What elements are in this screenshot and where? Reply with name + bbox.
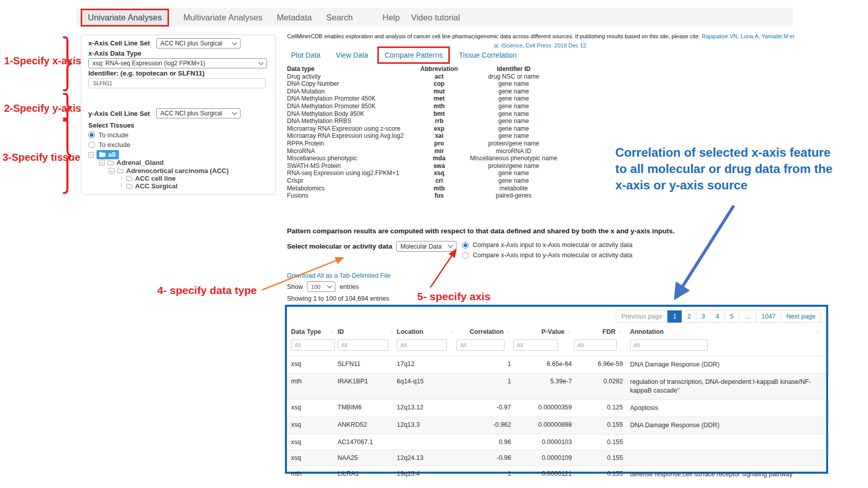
- tree-node-adrenal-gland[interactable]: Adrenal_Gland: [99, 159, 163, 166]
- cell-annotation: regulation of transcription, DNA-depende…: [625, 378, 822, 395]
- ref-cell-abbreviation: bmt: [414, 110, 465, 118]
- column-header-correlation[interactable]: Correlation↑↓: [456, 328, 513, 335]
- filter-input-data-type[interactable]: [291, 339, 335, 351]
- ref-cell-identifier-id: metabolite: [465, 185, 563, 192]
- ref-cell-abbreviation: pro: [414, 140, 465, 148]
- x-data-type-select[interactable]: xsq: RNA-seq Expression (log2 FPKM+1): [88, 58, 267, 68]
- ref-cell-abbreviation: mut: [414, 88, 465, 95]
- sort-icon[interactable]: ↑↓: [331, 329, 334, 335]
- column-header-id[interactable]: ID↑↓: [337, 328, 397, 335]
- tissues-include-option[interactable]: To include: [88, 131, 129, 139]
- ref-cell-abbreviation: met: [414, 95, 465, 103]
- collapse-icon[interactable]: [109, 168, 114, 174]
- download-all-link[interactable]: Download All as a Tab-Delimited File: [287, 272, 391, 279]
- tab-univariate-analyses[interactable]: Univariate Analyses: [81, 9, 169, 27]
- table-row[interactable]: xsq ANKRD52 12q13.3 -0.962 0.00000898 0.…: [287, 417, 826, 434]
- tab-video-tutorial[interactable]: Video tutorial: [411, 13, 460, 22]
- pagination-page[interactable]: 3: [696, 310, 711, 323]
- table-row[interactable]: xsq TMBIM6 12q13.12 -0.97 0.00000359 0.1…: [287, 399, 826, 417]
- tab-multivariate-analyses[interactable]: Multivariate Analyses: [183, 13, 262, 22]
- page-length-select[interactable]: 100: [307, 281, 335, 292]
- filter-input-fdr[interactable]: [574, 339, 617, 351]
- pagination-page[interactable]: 2: [682, 310, 696, 323]
- table-row[interactable]: xsq AC147067.1 0.96 0.0000103 0.155: [287, 434, 826, 450]
- column-header-p-value[interactable]: P-Value↑↓: [513, 328, 574, 335]
- pagination-page[interactable]: 1: [667, 310, 682, 323]
- table-row[interactable]: xsq NAA25 12q24.13 -0.96 0.0000109 0.155: [287, 450, 826, 466]
- tree-connector: └: [119, 175, 124, 182]
- ref-cell-data-type: DNA Mutation: [287, 88, 414, 95]
- compare-y-axis-option[interactable]: Compare x-Axis input to y-Axis molecular…: [462, 250, 633, 260]
- ref-table-header: Data type Abbreviation Identifier ID: [287, 65, 565, 73]
- sort-icon[interactable]: ↑↓: [567, 329, 570, 335]
- ref-table-row: SWATH-MS Protein swa protein/gene name: [287, 162, 565, 170]
- chevron-down-icon: [232, 40, 237, 45]
- tree-node-acc-surgical[interactable]: └ ACC Surgical: [119, 182, 178, 190]
- ref-cell-abbreviation: cop: [414, 80, 465, 88]
- chevron-down-icon: [448, 243, 453, 248]
- tab-tissue-correlation[interactable]: Tissue Correlation: [459, 51, 517, 59]
- next-page-button[interactable]: Next page: [781, 310, 821, 323]
- ref-cell-identifier-id: protein/gene name: [465, 162, 563, 170]
- radio-include-icon[interactable]: [88, 132, 95, 138]
- table-row[interactable]: mth IRAK1BP1 6q14-q15 1 5.39e-7 0.0282 r…: [287, 373, 826, 399]
- column-header-annotation[interactable]: Annotation↑↓: [625, 328, 822, 335]
- table-row[interactable]: xsq SLFN11 17q12 1 6.65e-64 6.96e-59 DNA…: [287, 356, 826, 373]
- collapse-icon[interactable]: [88, 152, 94, 158]
- tree-node-acc-carcinoma[interactable]: Adrenocortical carcinoma (ACC): [109, 167, 229, 175]
- ref-cell-abbreviation: xai: [414, 132, 465, 140]
- tree-node-all-chip[interactable]: all: [97, 150, 119, 159]
- radio-exclude-icon[interactable]: [88, 141, 95, 148]
- cell-data-type: xsq: [291, 360, 337, 368]
- sort-icon[interactable]: ↑↓: [450, 329, 453, 335]
- red-arrow: [430, 250, 456, 287]
- y-cell-line-set-select[interactable]: ACC NCI plus Surgical: [156, 108, 240, 118]
- cell-p-value: 5.39e-7: [513, 378, 574, 385]
- compare-x-axis-option[interactable]: Compare x-Axis input to x-Axis molecular…: [462, 240, 633, 250]
- ref-table-row: DNA Methylation Promoter 850K mth gene n…: [287, 103, 565, 110]
- tab-compare-patterns-box[interactable]: Compare Patterns: [377, 46, 450, 64]
- ref-cell-identifier-id: protein/gene name: [465, 140, 563, 148]
- cell-location: 19q13.4: [397, 470, 456, 477]
- table-row[interactable]: mth LILRA1 19q13.4 1 0.0000121 0.155 def…: [287, 466, 826, 483]
- tree-node-acc-cell-line[interactable]: └ ACC cell line: [119, 175, 176, 182]
- identifier-input[interactable]: [88, 78, 266, 88]
- tab-metadata[interactable]: Metadata: [277, 13, 312, 22]
- ref-cell-data-type: Drug activity: [287, 73, 414, 81]
- sort-icon[interactable]: ↑↓: [618, 329, 621, 335]
- tissues-exclude-option[interactable]: To exclude: [88, 141, 130, 149]
- sort-icon[interactable]: ↑↓: [390, 329, 393, 335]
- pagination-page[interactable]: 1047: [756, 310, 781, 323]
- entries-label: entries: [340, 283, 359, 290]
- pagination-page[interactable]: 5: [725, 310, 739, 323]
- radio-compare-y-icon[interactable]: [462, 252, 469, 259]
- tab-compare-patterns[interactable]: Compare Patterns: [384, 51, 443, 59]
- column-header-data-type[interactable]: Data Type↑↓: [291, 328, 337, 335]
- tab-plot-data[interactable]: Plot Data: [291, 51, 321, 59]
- sort-icon[interactable]: ↑↓: [507, 329, 510, 335]
- collapse-icon[interactable]: [99, 160, 105, 165]
- radio-compare-x-icon[interactable]: [462, 242, 469, 249]
- pagination-page[interactable]: 4: [710, 310, 725, 323]
- column-header-fdr[interactable]: FDR↑↓: [574, 328, 625, 335]
- cell-fdr: 0.155: [574, 421, 625, 428]
- column-header-location[interactable]: Location↑↓: [397, 328, 456, 335]
- pagination-page[interactable]: …: [739, 310, 757, 323]
- cell-data-type: xsq: [291, 454, 337, 461]
- tab-help[interactable]: Help: [382, 13, 400, 22]
- ref-cell-identifier-id: gene name: [465, 117, 563, 125]
- sort-icon[interactable]: ↑↓: [815, 329, 818, 335]
- tab-search[interactable]: Search: [326, 13, 353, 22]
- filter-input-p-value[interactable]: [513, 339, 558, 351]
- filter-input-correlation[interactable]: [456, 339, 504, 351]
- cell-p-value: 6.65e-64: [513, 360, 574, 368]
- filter-input-location[interactable]: [397, 339, 447, 351]
- ref-cell-abbreviation: mda: [414, 155, 465, 162]
- x-cell-line-set-select[interactable]: ACC NCI plus Surgical: [156, 38, 240, 48]
- tree-node-all[interactable]: all: [88, 150, 119, 159]
- filter-input-annotation[interactable]: [630, 339, 708, 351]
- tab-view-data[interactable]: View Data: [336, 51, 369, 59]
- previous-page-button[interactable]: Previous page: [616, 310, 668, 323]
- filter-input-id[interactable]: [337, 339, 389, 351]
- molecular-data-select[interactable]: Molecular Data: [396, 241, 456, 252]
